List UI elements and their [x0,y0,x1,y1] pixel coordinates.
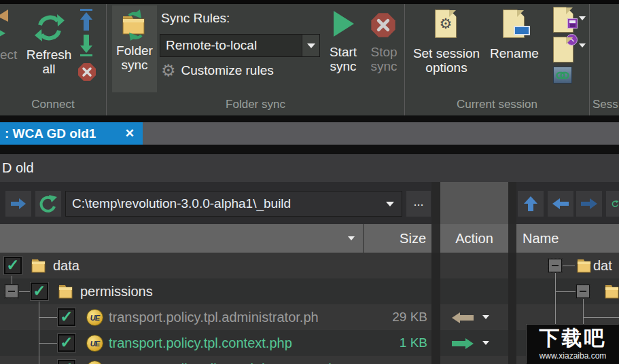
left-arrow-icon [552,198,569,210]
session-title-bar: D old [0,154,619,182]
download-arrow-icon[interactable] [79,33,94,57]
remote-forward-button[interactable] [576,191,602,217]
set-session-options-label: Set session options [409,46,484,75]
local-path-value[interactable]: C:\temp\revolution-3.0.0-alpha1\_build [66,196,378,211]
action-dropdown-icon[interactable] [482,315,489,319]
action-left-arrow-icon[interactable] [451,312,474,324]
rename-button[interactable]: Rename [485,7,544,91]
column-header-name-left[interactable] [0,224,363,253]
ultraedit-file-icon [86,361,103,364]
folder-name: data [53,253,79,278]
disconnect-icon[interactable] [0,8,8,24]
checkbox-checked[interactable] [31,283,48,300]
connect-icon[interactable] [0,26,7,41]
table-row[interactable]: data dat [0,253,619,278]
folder-icon [603,284,619,300]
tree-guide [563,266,575,266]
tree-collapse-toggle[interactable] [548,259,562,272]
group-label-folder-sync: Folder sync [107,95,404,115]
ribbon-toolbar: ect Refresh all [0,4,619,115]
tree-guide [583,317,619,318]
upload-arrow-icon[interactable] [79,8,94,33]
folder-sync-icon [119,8,150,41]
save-session-icon[interactable] [553,7,573,33]
watermark-url: www.xiazaiba.com [527,352,619,360]
app-window: ect Refresh all [0,0,619,364]
checkbox-checked[interactable] [58,308,75,326]
chevron-down-icon [307,43,315,48]
group-label-sessions: Sess [590,95,618,115]
stop-icon [370,12,396,38]
folder-name: permissions [80,278,153,304]
panel-divider [508,182,516,224]
folder-icon [30,258,48,274]
browse-button[interactable]: ... [406,191,431,217]
folder-icon [576,258,593,274]
remote-back-button[interactable] [548,191,573,217]
set-session-options-button[interactable]: Set session options [409,7,484,91]
disconnect-button-label[interactable]: ect [0,48,22,62]
group-label-connect: Connect [0,95,106,115]
header-filter-icon[interactable] [348,236,355,240]
remote-up-button[interactable] [518,191,544,217]
sync-rules-dropdown-button[interactable] [302,35,319,56]
tab-wca-gd-old1[interactable]: : WCA GD old1 ✕ [0,122,143,145]
ribbon-group-folder-sync: Folder sync Sync Rules: Remote-to-local … [107,4,405,115]
tree-guide [39,317,58,318]
refresh-all-button[interactable]: Refresh all [23,8,75,91]
file-size: 29 KB [364,304,427,330]
file-name: transport.policy.client.tpl.document.ph [109,356,336,364]
tree-guide [12,278,12,285]
session-options-icon [435,10,457,38]
refresh-icon [612,194,619,213]
session-tab-bar: : WCA GD old1 ✕ [0,122,619,145]
refresh-all-label: Refresh all [23,48,75,77]
gear-icon [436,16,456,32]
watermark-title: 下载吧 [527,325,619,352]
refresh-local-button[interactable] [35,191,61,217]
tree-collapse-toggle[interactable] [5,285,18,298]
folder-sync-button-label: Folder sync [112,43,157,73]
group-label-current-session: Current session [405,95,589,115]
tab-bottom-edge [0,145,619,154]
play-icon [332,10,356,38]
tree-collapse-toggle[interactable] [576,285,590,298]
action-right-arrow-icon[interactable] [451,338,474,350]
path-dropdown-button[interactable] [378,192,402,216]
action-dropdown-icon[interactable] [482,341,489,345]
floppy-badge-icon [567,18,578,29]
tree-guide [583,299,584,304]
folder-sync-button[interactable]: Folder sync [112,5,157,92]
checkbox-checked[interactable] [58,360,75,364]
column-header-action[interactable]: Action [440,224,508,253]
ribbon-group-current-session: Set session options Rename [405,4,590,115]
session-shortcut-dropdown-icon[interactable] [579,43,586,48]
abort-icon[interactable] [77,62,96,81]
remote-refresh-button[interactable] [606,191,619,217]
tree-guide [555,291,576,292]
sync-rules-dropdown[interactable]: Remote-to-local [160,34,320,57]
tree-guide [555,273,556,278]
close-icon[interactable]: ✕ [125,122,135,145]
right-arrow-icon [580,198,598,210]
file-size: 1 KB [364,330,427,356]
column-header-size[interactable]: Size [364,224,431,253]
tab-title: : WCA GD old1 [5,122,96,145]
ribbon-group-connect: ect Refresh all [0,4,107,115]
local-path-combobox[interactable]: C:\temp\revolution-3.0.0-alpha1\_build [65,191,402,217]
up-arrow-icon [523,196,538,212]
link-folders-button[interactable] [553,67,572,84]
go-to-path-button[interactable] [5,191,31,217]
rename-icon [503,10,525,38]
chevron-down-icon [386,202,394,206]
start-sync-button[interactable]: Start sync [323,7,364,91]
checkbox-checked[interactable] [58,334,75,352]
ultraedit-file-icon [86,309,103,326]
customize-rules-button[interactable]: Customize rules [161,62,274,79]
table-row[interactable]: permissions [0,278,619,304]
save-session-dropdown-icon[interactable] [579,16,586,20]
checkbox-checked[interactable] [4,257,22,274]
stop-sync-button[interactable]: Stop sync [366,7,402,91]
session-shortcut-icon[interactable] [553,37,573,62]
column-header-name-right[interactable]: Name [516,224,619,253]
